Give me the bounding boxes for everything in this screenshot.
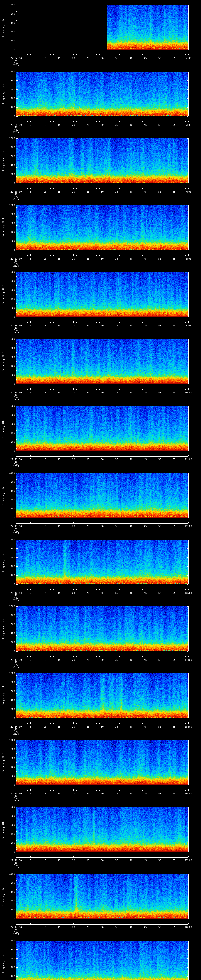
spectrogram-panel: 02004006008001000Frequency (Hz)22:08:005… — [0, 267, 201, 334]
y-tick-label: 600 — [11, 289, 15, 291]
spectrogram-panel: 02004006008001000Frequency (Hz)22:09:005… — [0, 334, 201, 401]
y-tick-label: 1000 — [9, 672, 15, 675]
x-tick-label: 25 — [86, 324, 89, 327]
x-tick-label: 10 — [43, 324, 46, 327]
y-tick-label: 0 — [14, 516, 15, 519]
x-tick-label: 10 — [43, 659, 46, 661]
x-tick-label: 5 — [30, 391, 31, 394]
y-tick-label: 200 — [11, 842, 15, 844]
y-tick-label: 0 — [14, 115, 15, 118]
y-axis-title: Frequency (Hz) — [2, 552, 5, 572]
x-end-time-label: 18:00 — [185, 926, 192, 929]
y-axis-title: Frequency (Hz) — [2, 886, 5, 906]
x-tick-label: 40 — [129, 926, 132, 929]
x-end-time-label: 11:00 — [185, 458, 192, 461]
x-date-line: 2015 — [13, 131, 19, 134]
y-tick-label: 400 — [11, 97, 15, 100]
x-end-time-label: 10:00 — [185, 391, 192, 394]
y-tick-label: 400 — [11, 832, 15, 835]
x-tick-label: 5 — [30, 124, 31, 126]
x-tick-label: 20 — [72, 57, 75, 60]
y-tick-label: 0 — [14, 315, 15, 318]
x-tick-label: 45 — [144, 859, 147, 862]
x-tick-label: 35 — [115, 458, 118, 461]
spectrogram-panel: 02004006008001000Frequency (Hz)22:10:005… — [0, 401, 201, 468]
y-tick-label: 0 — [14, 650, 15, 653]
y-tick-label: 200 — [11, 574, 15, 577]
y-tick-label: 1000 — [9, 70, 15, 73]
x-tick-label: 55 — [173, 391, 175, 394]
x-tick-label: 55 — [173, 926, 175, 929]
x-tick-label: 40 — [129, 859, 132, 862]
y-tick-label: 600 — [11, 356, 15, 358]
x-end-time-label: 17:00 — [185, 859, 192, 862]
spectrogram-panel: 02004006008001000Frequency (Hz)22:05:005… — [0, 67, 201, 134]
x-tick-label: 10 — [43, 391, 46, 394]
x-tick-label: 40 — [129, 725, 132, 728]
x-date-line: 2015 — [13, 799, 19, 802]
x-tick-label: 10 — [43, 792, 46, 795]
x-tick-label: 5 — [30, 324, 31, 327]
y-axis-title: Frequency (Hz) — [2, 619, 5, 639]
spectrogram-panel: 02004006008001000Frequency (Hz)22:07:005… — [0, 200, 201, 267]
y-tick-label: 1000 — [9, 872, 15, 875]
x-tick-label: 50 — [158, 57, 161, 60]
x-tick-label: 40 — [129, 592, 132, 595]
y-tick-label: 400 — [11, 699, 15, 702]
x-tick-label: 10 — [43, 257, 46, 260]
spectrogram-panel: 02004006008001000Frequency (Hz)22:18:005… — [0, 936, 201, 980]
y-tick-label: 0 — [14, 583, 15, 586]
x-date-line: 2015 — [13, 465, 19, 468]
y-tick-label: 600 — [11, 88, 15, 91]
y-tick-label: 800 — [11, 12, 15, 15]
x-tick-label: 15 — [58, 725, 61, 728]
x-tick-label: 50 — [158, 859, 161, 862]
x-tick-label: 35 — [115, 659, 118, 661]
axes-layer: 02004006008001000Frequency (Hz)22:13:005… — [0, 602, 201, 668]
x-tick-label: 30 — [101, 458, 104, 461]
spectrogram-panel: 02004006008001000Frequency (Hz)22:16:005… — [0, 802, 201, 869]
y-tick-label: 800 — [11, 547, 15, 550]
spectrogram-panel: 02004006008001000Frequency (Hz)22:13:005… — [0, 602, 201, 668]
x-tick-label: 15 — [58, 792, 61, 795]
x-tick-label: 10 — [43, 191, 46, 193]
x-tick-label: 10 — [43, 124, 46, 126]
x-tick-label: 35 — [115, 725, 118, 728]
x-tick-label: 45 — [144, 257, 147, 260]
axes-layer: 02004006008001000Frequency (Hz)22:11:005… — [0, 468, 201, 535]
y-tick-label: 1000 — [9, 204, 15, 207]
x-tick-label: 20 — [72, 859, 75, 862]
x-tick-label: 35 — [115, 926, 118, 929]
y-axis-title: Frequency (Hz) — [2, 17, 5, 37]
y-tick-label: 400 — [11, 565, 15, 568]
x-tick-label: 10 — [43, 458, 46, 461]
x-tick-label: 5 — [30, 458, 31, 461]
x-tick-label: 55 — [173, 57, 175, 60]
y-tick-label: 400 — [11, 164, 15, 167]
x-tick-label: 25 — [86, 57, 89, 60]
y-tick-label: 1000 — [9, 939, 15, 942]
x-date-line: 2015 — [13, 933, 19, 936]
x-tick-label: 25 — [86, 926, 89, 929]
x-tick-label: 50 — [158, 458, 161, 461]
x-tick-label: 35 — [115, 324, 118, 327]
y-tick-label: 800 — [11, 79, 15, 82]
x-tick-label: 5 — [30, 257, 31, 260]
y-tick-label: 200 — [11, 173, 15, 176]
y-tick-label: 600 — [11, 690, 15, 693]
x-tick-label: 50 — [158, 391, 161, 394]
x-tick-label: 45 — [144, 458, 147, 461]
x-tick-label: 20 — [72, 458, 75, 461]
y-tick-label: 600 — [11, 891, 15, 893]
x-date-line: 2015 — [13, 666, 19, 668]
x-tick-label: 15 — [58, 659, 61, 661]
x-tick-label: 50 — [158, 792, 161, 795]
y-tick-label: 400 — [11, 899, 15, 902]
x-tick-label: 20 — [72, 926, 75, 929]
x-tick-label: 50 — [158, 191, 161, 193]
x-tick-label: 25 — [86, 592, 89, 595]
y-tick-label: 200 — [11, 641, 15, 644]
x-tick-label: 5 — [30, 792, 31, 795]
y-tick-label: 800 — [11, 681, 15, 684]
x-end-time-label: 8:00 — [186, 257, 191, 260]
